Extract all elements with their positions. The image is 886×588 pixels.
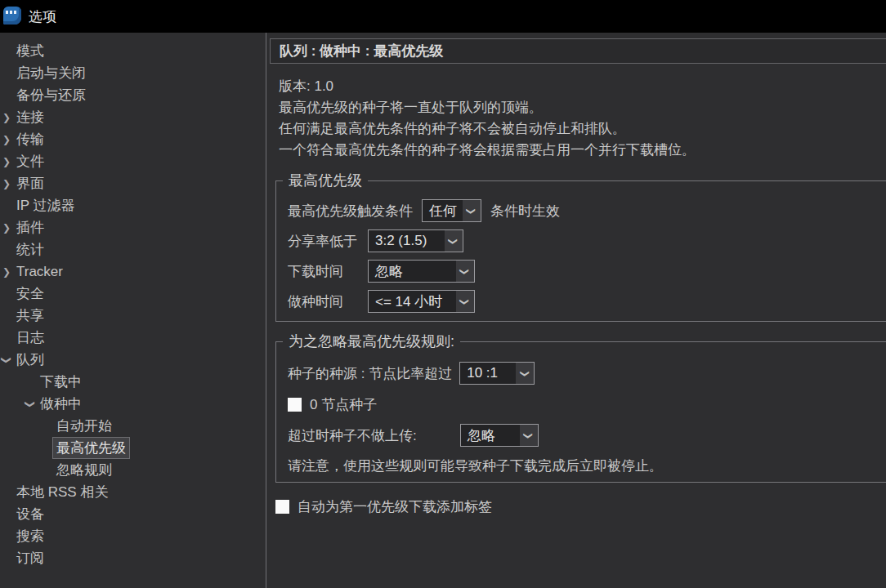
first-priority-group-legend: 最高优先级 xyxy=(283,171,368,190)
zero-peers-checkbox[interactable] xyxy=(288,398,302,412)
tree-item-label: 共享 xyxy=(13,305,47,326)
download-time-row: 下载时间 忽略 xyxy=(288,260,886,283)
tree-item-label: 最高优先级 xyxy=(53,438,129,458)
sidebar-tree-item[interactable]: 设备 xyxy=(0,503,266,525)
sidebar-tree-item[interactable]: 备份与还原 xyxy=(0,84,266,106)
no-upload-select[interactable]: 忽略 xyxy=(460,424,539,447)
trigger-condition-row: 最高优先级触发条件 任何 条件时生效 xyxy=(288,199,886,222)
tree-item-label: 备份与还原 xyxy=(13,85,89,105)
panel-header: 队列 : 做种中 : 最高优先级 xyxy=(270,38,886,64)
sidebar-tree-item[interactable]: 最高优先级 xyxy=(0,437,266,459)
sidebar-tree-item[interactable]: 搜索 xyxy=(0,525,266,547)
sidebar-tree-item[interactable]: 自动开始 xyxy=(0,415,266,437)
sidebar-tree-item[interactable]: Tracker xyxy=(0,261,266,283)
chevron-down-icon[interactable] xyxy=(456,291,474,312)
tree-item-label: 插件 xyxy=(13,217,47,238)
tree-expander-icon[interactable] xyxy=(0,222,13,234)
seeding-time-label: 做种时间 xyxy=(288,292,368,311)
sidebar-tree-item[interactable]: 下载中 xyxy=(0,371,266,393)
tree-item-label: 界面 xyxy=(13,173,47,194)
tree-item-label: 本地 RSS 相关 xyxy=(13,482,111,502)
description-block: 最高优先级的种子将一直处于队列的顶端。 任何满足最高优先条件的种子将不会被自动停… xyxy=(279,97,886,161)
auto-tag-checkbox[interactable] xyxy=(275,500,289,514)
options-window: 模式 启动与关闭 备份与还原 连接 传输 xyxy=(0,33,886,588)
sidebar-tree-item[interactable]: 界面 xyxy=(0,172,266,194)
peer-ratio-select[interactable]: 10 :1 xyxy=(459,362,535,385)
tree-item-label: 下载中 xyxy=(37,372,85,392)
peer-ratio-value: 10 :1 xyxy=(460,363,516,384)
download-time-value: 忽略 xyxy=(369,261,456,282)
first-priority-group: 最高优先级 最高优先级触发条件 任何 条件时生效 分享率低于 3:2 (1.5) xyxy=(275,180,886,322)
chevron-down-icon[interactable] xyxy=(516,363,534,384)
sidebar-tree-item[interactable]: 订阅 xyxy=(0,547,266,569)
sidebar-tree-item[interactable]: 启动与关闭 xyxy=(0,62,266,84)
tree-item-label: 模式 xyxy=(13,41,47,61)
tree-item-label: 文件 xyxy=(13,151,47,172)
chevron-down-icon[interactable] xyxy=(520,425,538,446)
panel-content: 版本: 1.0 最高优先级的种子将一直处于队列的顶端。 任何满足最高优先条件的种… xyxy=(270,76,886,516)
auto-tag-row: 自动为第一优先级下载添加标签 xyxy=(275,497,886,516)
tree-item-label: 安全 xyxy=(13,283,47,304)
sidebar-tree-item[interactable]: 做种中 xyxy=(0,393,266,415)
tree-item-label: 日志 xyxy=(13,327,47,348)
window-titlebar: 选项 xyxy=(0,0,886,33)
tree-expander-icon[interactable] xyxy=(0,112,13,123)
tree-item-label: 做种中 xyxy=(37,394,85,414)
tree-item-label: 订阅 xyxy=(13,548,47,568)
tree-item-label: 队列 xyxy=(13,350,47,370)
sidebar-tree-item[interactable]: 队列 xyxy=(0,349,266,371)
tree-item-label: 设备 xyxy=(13,504,47,524)
tree-expander-icon[interactable] xyxy=(24,399,37,410)
description-line: 最高优先级的种子将一直处于队列的顶端。 xyxy=(279,97,886,118)
tree-item-label: 搜索 xyxy=(13,526,47,546)
sidebar-tree-item[interactable]: 插件 xyxy=(0,216,266,238)
zero-peers-label: 0 节点种子 xyxy=(310,395,377,414)
tree-expander-icon[interactable] xyxy=(0,156,13,167)
sidebar-tree-item[interactable]: 文件 xyxy=(0,150,266,172)
tree-item-label: Tracker xyxy=(13,263,66,281)
tree-item-label: 自动开始 xyxy=(53,416,115,436)
sidebar-tree-item[interactable]: 模式 xyxy=(0,40,266,62)
seeding-time-select[interactable]: <= 14 小时 xyxy=(368,290,475,313)
share-ratio-value: 3:2 (1.5) xyxy=(369,230,445,252)
warning-note: 请注意，使用这些规则可能导致种子下载完成后立即被停止。 xyxy=(288,457,886,475)
trigger-condition-suffix: 条件时生效 xyxy=(490,202,560,220)
no-upload-row: 超过时种子不做上传: 忽略 xyxy=(288,424,886,447)
tree-expander-icon[interactable] xyxy=(0,134,13,145)
sidebar-tree-item[interactable]: 日志 xyxy=(0,327,266,349)
panel-title: 队列 : 做种中 : 最高优先级 xyxy=(280,42,443,60)
download-time-label: 下载时间 xyxy=(288,262,368,281)
description-line: 一个符合最高优先条件的种子将会根据需要占用一个并行下载槽位。 xyxy=(279,140,886,161)
tree-item-label: IP 过滤器 xyxy=(13,195,78,216)
sidebar-tree-item[interactable]: 统计 xyxy=(0,238,266,261)
tree-item-label: 忽略规则 xyxy=(53,460,115,480)
sidebar-tree-item[interactable]: 连接 xyxy=(0,106,266,128)
tree-expander-icon[interactable] xyxy=(0,266,13,278)
share-ratio-row: 分享率低于 3:2 (1.5) xyxy=(288,229,886,252)
share-ratio-select[interactable]: 3:2 (1.5) xyxy=(368,229,463,252)
download-time-select[interactable]: 忽略 xyxy=(368,260,475,283)
sidebar-tree-item[interactable]: 共享 xyxy=(0,305,266,327)
sidebar-tree-item[interactable]: 忽略规则 xyxy=(0,459,266,481)
tree-expander-icon[interactable] xyxy=(0,354,13,366)
seeding-time-value: <= 14 小时 xyxy=(369,291,456,312)
tree-expander-icon[interactable] xyxy=(0,178,13,189)
ignore-rules-group: 为之忽略最高优先级规则: 种子的种源 : 节点比率超过 10 :1 0 节点种子… xyxy=(275,341,886,483)
options-tree-sidebar: 模式 启动与关闭 备份与还原 连接 传输 xyxy=(0,33,266,588)
chevron-down-icon[interactable] xyxy=(445,230,463,252)
peer-ratio-label: 种子的种源 : 节点比率超过 xyxy=(288,364,452,383)
chevron-down-icon[interactable] xyxy=(456,261,474,282)
seeding-time-row: 做种时间 <= 14 小时 xyxy=(288,290,886,313)
chevron-down-icon[interactable] xyxy=(463,200,481,221)
auto-tag-label: 自动为第一优先级下载添加标签 xyxy=(298,497,492,516)
ignore-rules-group-legend: 为之忽略最高优先级规则: xyxy=(283,332,460,351)
sidebar-tree-item[interactable]: 安全 xyxy=(0,283,266,305)
sidebar-tree-item[interactable]: 传输 xyxy=(0,128,266,150)
no-upload-label: 超过时种子不做上传: xyxy=(288,426,460,445)
trigger-condition-select[interactable]: 任何 xyxy=(422,199,481,222)
description-line: 任何满足最高优先条件的种子将不会被自动停止和排队。 xyxy=(279,118,886,140)
app-icon xyxy=(2,6,22,27)
sidebar-tree-item[interactable]: IP 过滤器 xyxy=(0,194,266,216)
trigger-condition-label: 最高优先级触发条件 xyxy=(288,202,413,220)
sidebar-tree-item[interactable]: 本地 RSS 相关 xyxy=(0,481,266,503)
